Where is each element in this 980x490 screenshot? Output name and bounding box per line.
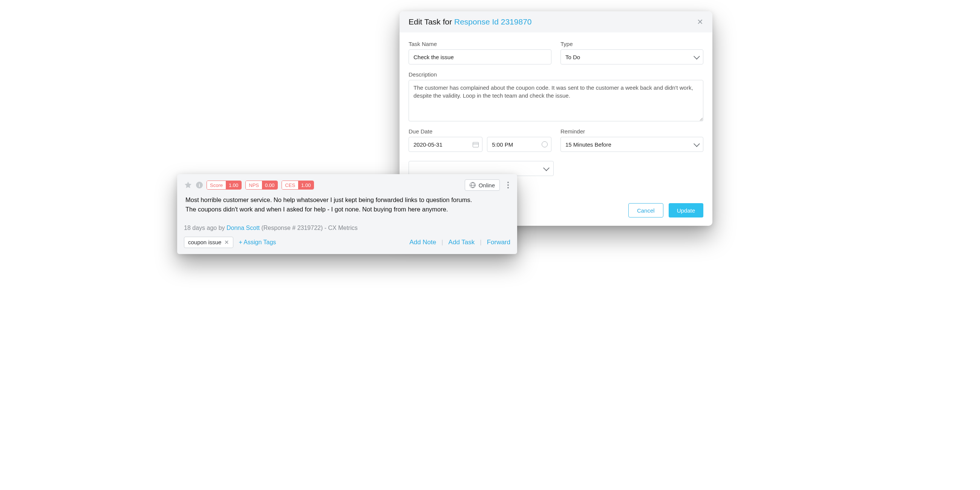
message-line-1: Most horrible customer service. No help … xyxy=(185,195,509,205)
partial-select[interactable] xyxy=(409,161,554,176)
remove-tag-icon[interactable]: ✕ xyxy=(224,239,229,246)
modal-title: Edit Task for Response Id 2319870 xyxy=(409,18,532,26)
card-actions-right: Add Note | Add Task | Forward xyxy=(409,239,511,246)
chevron-down-icon xyxy=(543,165,550,171)
due-date-label: Due Date xyxy=(409,128,551,135)
chevron-down-icon xyxy=(694,53,700,60)
ces-badge: CES 1.00 xyxy=(282,181,314,189)
separator: | xyxy=(441,239,443,246)
card-actions: coupon issue ✕ + Assign Tags Add Note | … xyxy=(184,237,511,248)
response-message: Most horrible customer service. No help … xyxy=(185,195,509,214)
forward-button[interactable]: Forward xyxy=(487,239,511,246)
type-select[interactable]: To Do xyxy=(560,49,703,64)
tag-label: coupon issue xyxy=(188,239,221,245)
close-icon[interactable]: ✕ xyxy=(697,18,703,26)
channel-label: Online xyxy=(479,182,495,188)
add-note-button[interactable]: Add Note xyxy=(409,239,436,246)
star-icon[interactable] xyxy=(184,181,192,189)
calendar-icon xyxy=(473,142,479,147)
globe-icon xyxy=(469,182,476,188)
description-input[interactable] xyxy=(409,80,703,121)
nps-badge-value: 0.00 xyxy=(262,181,277,189)
meta-suffix: (Response # 2319722) - CX Metrics xyxy=(260,224,358,231)
score-badge-value: 1.00 xyxy=(226,181,241,189)
cancel-button[interactable]: Cancel xyxy=(628,203,663,218)
ces-badge-label: CES xyxy=(282,181,298,189)
reminder-select[interactable]: 15 Minutes Before xyxy=(560,137,703,152)
tag-chip[interactable]: coupon issue ✕ xyxy=(184,237,233,248)
task-name-input[interactable] xyxy=(409,49,551,64)
modal-header: Edit Task for Response Id 2319870 ✕ xyxy=(399,11,713,32)
separator: | xyxy=(480,239,481,246)
nps-badge: NPS 0.00 xyxy=(245,181,278,189)
type-value: To Do xyxy=(565,54,580,60)
due-date-input[interactable] xyxy=(409,137,482,152)
nps-badge-label: NPS xyxy=(246,181,262,189)
response-meta: 18 days ago by Donna Scott (Response # 2… xyxy=(184,224,509,231)
response-card: i Score 1.00 NPS 0.00 CES 1.00 Online Mo… xyxy=(177,174,517,254)
assign-tags-button[interactable]: + Assign Tags xyxy=(239,239,276,246)
info-icon[interactable]: i xyxy=(196,182,203,188)
more-menu-icon[interactable] xyxy=(506,180,511,190)
score-badge-label: Score xyxy=(207,181,226,189)
partial-select-row xyxy=(409,161,703,176)
task-name-field: Task Name xyxy=(409,41,551,64)
modal-title-prefix: Edit Task for xyxy=(409,18,454,26)
due-date-field: Due Date xyxy=(409,128,551,152)
card-header: i Score 1.00 NPS 0.00 CES 1.00 Online xyxy=(184,180,511,191)
reminder-label: Reminder xyxy=(560,128,703,135)
reminder-field: Reminder 15 Minutes Before xyxy=(560,128,703,152)
ces-badge-value: 1.00 xyxy=(298,181,313,189)
clock-icon xyxy=(542,142,548,147)
meta-author-link[interactable]: Donna Scott xyxy=(226,224,260,231)
update-button[interactable]: Update xyxy=(669,203,703,218)
type-field: Type To Do xyxy=(560,41,703,64)
reminder-value: 15 Minutes Before xyxy=(565,142,611,148)
meta-prefix: 18 days ago by xyxy=(184,224,226,231)
type-label: Type xyxy=(560,41,703,47)
add-task-button[interactable]: Add Task xyxy=(449,239,475,246)
description-field: Description xyxy=(409,71,703,121)
channel-pill[interactable]: Online xyxy=(465,180,500,191)
score-badge: Score 1.00 xyxy=(207,181,242,189)
message-line-2: The coupons didn't work and when I asked… xyxy=(185,205,509,214)
task-name-label: Task Name xyxy=(409,41,551,47)
chevron-down-icon xyxy=(694,141,700,147)
modal-title-link[interactable]: Response Id 2319870 xyxy=(454,18,532,26)
modal-body: Task Name Type To Do Description Due Da xyxy=(399,32,713,184)
description-label: Description xyxy=(409,71,703,78)
